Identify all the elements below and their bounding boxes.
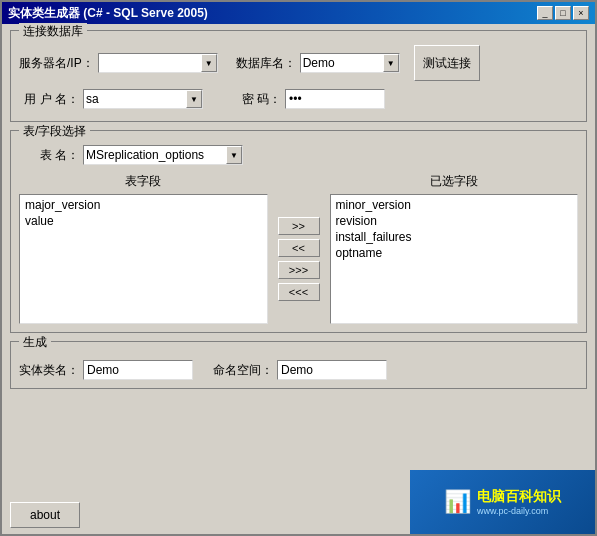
user-row: 用 户 名： sa ▼ 密 码： (19, 89, 578, 109)
title-bar: 实体类生成器 (C# - SQL Serve 2005) _ □ × (2, 2, 595, 24)
about-area: about 📊 电脑百科知识 www.pc-daily.com (2, 498, 595, 534)
watermark-title: 电脑百科知识 (477, 488, 561, 506)
user-label: 用 户 名： (19, 91, 79, 108)
right-field-listbox[interactable]: minor_version revision install_failures … (330, 194, 579, 324)
remove-button[interactable]: << (278, 239, 320, 257)
gen-group-title: 生成 (19, 334, 51, 351)
namespace-input[interactable] (277, 360, 387, 380)
transfer-buttons: >> << >>> <<< (274, 173, 324, 324)
entity-item: 实体类名： (19, 360, 193, 380)
list-item[interactable]: revision (333, 213, 576, 229)
entity-input[interactable] (83, 360, 193, 380)
content-area: 连接数据库 服务器名/IP： ▼ 数据库名： Demo (2, 24, 595, 498)
list-item[interactable]: major_version (22, 197, 265, 213)
db-label: 数据库名： (236, 55, 296, 72)
password-label: 密 码： (221, 91, 281, 108)
table-name-label: 表 名： (19, 147, 79, 164)
main-window: 实体类生成器 (C# - SQL Serve 2005) _ □ × 连接数据库… (0, 0, 597, 536)
list-item[interactable]: minor_version (333, 197, 576, 213)
minimize-button[interactable]: _ (537, 6, 553, 20)
watermark-sub: www.pc-daily.com (477, 506, 561, 516)
table-name-row: 表 名： MSreplication_options ▼ (19, 145, 578, 165)
test-connect-button[interactable]: 测试连接 (414, 45, 480, 81)
server-row: 服务器名/IP： ▼ 数据库名： Demo ▼ 测试连接 (19, 45, 578, 81)
list-item[interactable]: optname (333, 245, 576, 261)
maximize-button[interactable]: □ (555, 6, 571, 20)
db-select-wrapper: Demo ▼ (300, 53, 400, 73)
server-select[interactable] (98, 53, 218, 73)
table-select-wrapper: MSreplication_options ▼ (83, 145, 243, 165)
watermark-text: 电脑百科知识 www.pc-daily.com (477, 488, 561, 516)
table-select[interactable]: MSreplication_options (83, 145, 243, 165)
entity-label: 实体类名： (19, 362, 79, 379)
window-title: 实体类生成器 (C# - SQL Serve 2005) (8, 5, 208, 22)
about-button[interactable]: about (10, 502, 80, 528)
table-group-title: 表/字段选择 (19, 123, 90, 140)
left-field-panel: 表字段 major_version value (19, 173, 268, 324)
user-select-wrapper: sa ▼ (83, 89, 203, 109)
gen-group: 生成 实体类名： 命名空间： (10, 341, 587, 389)
db-select[interactable]: Demo (300, 53, 400, 73)
gen-row: 实体类名： 命名空间： (19, 360, 578, 380)
right-panel-title: 已选字段 (430, 173, 478, 190)
db-group-title: 连接数据库 (19, 23, 87, 40)
db-group: 连接数据库 服务器名/IP： ▼ 数据库名： Demo (10, 30, 587, 122)
left-field-listbox[interactable]: major_version value (19, 194, 268, 324)
table-group: 表/字段选择 表 名： MSreplication_options ▼ 表字段 (10, 130, 587, 333)
close-button[interactable]: × (573, 6, 589, 20)
server-select-wrapper: ▼ (98, 53, 218, 73)
fields-area: 表字段 major_version value >> << >>> <<< 已选 (19, 173, 578, 324)
left-panel-title: 表字段 (125, 173, 161, 190)
add-button[interactable]: >> (278, 217, 320, 235)
watermark: 📊 电脑百科知识 www.pc-daily.com (410, 470, 595, 534)
remove-all-button[interactable]: <<< (278, 283, 320, 301)
watermark-icon: 📊 (444, 489, 471, 515)
window-controls: _ □ × (537, 6, 589, 20)
right-field-panel: 已选字段 minor_version revision install_fail… (330, 173, 579, 324)
list-item[interactable]: install_failures (333, 229, 576, 245)
namespace-label: 命名空间： (213, 362, 273, 379)
user-select[interactable]: sa (83, 89, 203, 109)
list-item[interactable]: value (22, 213, 265, 229)
password-input[interactable] (285, 89, 385, 109)
server-label: 服务器名/IP： (19, 55, 94, 72)
namespace-item: 命名空间： (213, 360, 387, 380)
add-all-button[interactable]: >>> (278, 261, 320, 279)
